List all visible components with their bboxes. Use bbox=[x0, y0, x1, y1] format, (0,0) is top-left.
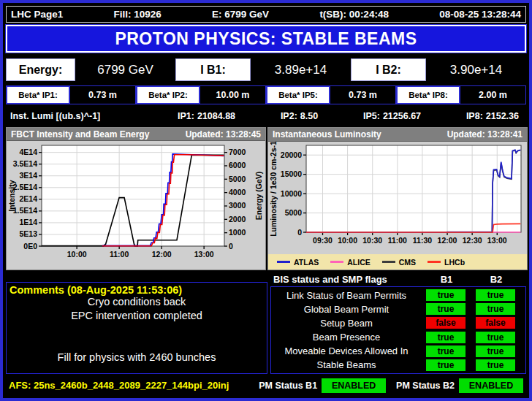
fbct-chart-svg: 0E05E131E141.5E142E142.5E143E143.5E144E1… bbox=[7, 141, 265, 267]
page-title-text: PROTON PHYSICS: STABLE BEAMS bbox=[115, 29, 417, 49]
bis-status-b1: true bbox=[426, 359, 466, 371]
bis-status-b2: true bbox=[476, 332, 515, 343]
intensity-b1-value: 3.89e+14 bbox=[251, 58, 351, 81]
svg-text:12:00: 12:00 bbox=[438, 236, 457, 245]
legend-dash-icon bbox=[277, 261, 290, 263]
svg-text:3.5E14: 3.5E14 bbox=[13, 159, 37, 168]
bis-title: BIS status and SMP flags bbox=[273, 274, 427, 285]
pm-status-b2-label: PM Status B2 bbox=[396, 381, 455, 391]
lumi-ip-value: IP8:2152.36 bbox=[463, 111, 519, 121]
legend-item-lhcb: LHCb bbox=[428, 258, 465, 267]
lumi-ip-label: IP5: bbox=[363, 111, 380, 121]
legend-item-alice: ALICE bbox=[330, 258, 370, 267]
fbct-chart-header: FBCT Intensity and Beam Energy Updated: … bbox=[7, 128, 265, 141]
svg-text:11:30: 11:30 bbox=[413, 236, 432, 245]
footer-row: AFS: 25ns_2460b_2448_2089_2227_144bpi_20… bbox=[6, 376, 526, 394]
svg-text:Energy (GeV): Energy (GeV) bbox=[254, 172, 263, 221]
svg-text:3000: 3000 bbox=[229, 201, 246, 210]
beta-group-ip1: Beta* IP2:10.00 m bbox=[136, 85, 266, 104]
beam-energy: E: 6799 GeV bbox=[212, 9, 269, 20]
svg-text:10000: 10000 bbox=[281, 189, 302, 198]
bis-status-b2: true bbox=[476, 345, 515, 357]
svg-text:3E14: 3E14 bbox=[19, 171, 37, 180]
stable-beams-timer: t(SB): 00:24:48 bbox=[319, 9, 389, 20]
lumi-ip-number: 8.50 bbox=[300, 111, 318, 121]
bis-col-b2: B2 bbox=[476, 274, 516, 285]
bis-status-b1: true bbox=[426, 345, 466, 357]
lumi-ip-value: IP2:8.50 bbox=[278, 111, 318, 121]
beta-group-ip2: Beta* IP5:0.73 m bbox=[266, 85, 396, 104]
bis-row-label: Stable Beams bbox=[274, 359, 426, 370]
svg-text:1.5E14: 1.5E14 bbox=[13, 206, 37, 215]
fill-number: Fill: 10926 bbox=[114, 9, 162, 20]
lumi-ip-value: IP1:21084.88 bbox=[175, 111, 235, 121]
beta-star-row: Beta* IP1:0.73 mBeta* IP2:10.00 mBeta* I… bbox=[6, 85, 526, 104]
bis-status-b2: true bbox=[476, 303, 515, 315]
beta-label: Beta* IP8: bbox=[396, 85, 460, 104]
bis-row-label: Link Status of Beam Permits bbox=[274, 290, 426, 301]
beta-group-ip3: Beta* IP8:2.00 m bbox=[396, 85, 526, 104]
svg-text:12:00: 12:00 bbox=[152, 250, 172, 259]
bis-row-label: Global Beam Permit bbox=[274, 304, 426, 315]
inst-lumi-row: Inst. Lumi [(ub.s)^-1] IP1:21084.88IP2:8… bbox=[6, 108, 526, 124]
fbct-chart-updated: Updated: 13:28:45 bbox=[186, 129, 261, 140]
bis-status-b1: true bbox=[426, 289, 466, 301]
beta-label: Beta* IP5: bbox=[266, 85, 330, 104]
inst-lumi-values: IP1:21084.88IP2:8.50IP5:21256.67IP8:2152… bbox=[175, 111, 519, 121]
comments-body: Cryo conditions backEPC intervention com… bbox=[10, 296, 264, 365]
luminosity-chart-plot: 0500010000150002000009:3010:0010:3011:00… bbox=[268, 142, 527, 254]
bis-flags-table: Link Status of Beam PermitstruetrueGloba… bbox=[270, 286, 526, 374]
svg-text:Luminosity / 1e30 cm-2s-1: Luminosity / 1e30 cm-2s-1 bbox=[269, 142, 278, 237]
legend-label: ALICE bbox=[347, 258, 370, 267]
svg-text:10:30: 10:30 bbox=[362, 236, 382, 245]
bis-status-b1: false bbox=[426, 317, 466, 329]
legend-label: CMS bbox=[399, 258, 416, 267]
legend-dash-icon bbox=[330, 261, 343, 263]
luminosity-chart-svg: 0500010000150002000009:3010:0010:3011:00… bbox=[268, 142, 527, 251]
bis-row-label: Moveable Devices Allowed In bbox=[274, 345, 426, 356]
svg-text:1000: 1000 bbox=[229, 228, 246, 237]
svg-text:1E14: 1E14 bbox=[19, 218, 37, 226]
lumi-ip-number: 2152.36 bbox=[486, 111, 519, 121]
lumi-ip-number: 21256.67 bbox=[383, 111, 421, 121]
comment-line: Cryo conditions back bbox=[10, 296, 264, 310]
app-title: LHC Page1 bbox=[11, 9, 63, 20]
beta-value: 0.73 m bbox=[70, 85, 136, 104]
comments-box: Comments (08-Aug-2025 11:53:06) Cryo con… bbox=[6, 282, 267, 374]
comment-line: EPC intervention completed bbox=[10, 310, 264, 324]
legend-dash-icon bbox=[382, 261, 395, 263]
legend-item-atlas: ATLAS bbox=[277, 258, 319, 267]
fbct-chart-plot: 0E05E131E141.5E142E142.5E143E143.5E144E1… bbox=[7, 141, 265, 270]
svg-text:11:00: 11:00 bbox=[110, 250, 129, 259]
fbct-chart-panel: FBCT Intensity and Beam Energy Updated: … bbox=[6, 127, 266, 270]
svg-text:2E14: 2E14 bbox=[19, 194, 37, 203]
charts-row: FBCT Intensity and Beam Energy Updated: … bbox=[6, 127, 526, 270]
svg-text:6000: 6000 bbox=[229, 161, 246, 169]
legend-item-cms: CMS bbox=[382, 258, 416, 267]
datetime: 08-08-25 13:28:44 bbox=[439, 9, 521, 20]
energy-intensity-row: Energy: 6799 GeV I B1: 3.89e+14 I B2: 3.… bbox=[6, 58, 526, 81]
comment-line: Fill for physics with 2460 bunches bbox=[10, 351, 264, 365]
lumi-ip-value: IP5:21256.67 bbox=[360, 111, 421, 121]
luminosity-chart-updated: Updated: 13:28:41 bbox=[447, 129, 522, 140]
bis-row-label: Setup Beam bbox=[274, 318, 426, 329]
comments-title: Comments (08-Aug-2025 11:53:06) bbox=[10, 284, 264, 296]
comment-line bbox=[10, 337, 264, 351]
svg-text:4E14: 4E14 bbox=[19, 148, 37, 156]
bis-row: Stable Beamstruetrue bbox=[274, 359, 522, 371]
svg-text:12:30: 12:30 bbox=[463, 236, 482, 245]
top-status-bar: LHC Page1 Fill: 10926 E: 6799 GeV t(SB):… bbox=[6, 6, 526, 23]
intensity-b1-label: I B1: bbox=[175, 58, 251, 81]
svg-text:0: 0 bbox=[297, 228, 302, 237]
beta-value: 0.73 m bbox=[330, 85, 396, 104]
svg-text:5000: 5000 bbox=[285, 208, 303, 217]
bis-row: Beam Presencetruetrue bbox=[274, 332, 522, 343]
inst-lumi-label: Inst. Lumi [(ub.s)^-1] bbox=[10, 111, 175, 121]
svg-text:2000: 2000 bbox=[229, 215, 246, 224]
energy-value: 6799 GeV bbox=[75, 58, 175, 81]
bis-status-b1: true bbox=[426, 303, 466, 315]
energy-label: Energy: bbox=[6, 58, 75, 81]
svg-text:10:00: 10:00 bbox=[67, 250, 87, 259]
page-title: PROTON PHYSICS: STABLE BEAMS bbox=[6, 25, 526, 53]
luminosity-chart-title: Instantaneous Luminosity bbox=[273, 129, 381, 140]
